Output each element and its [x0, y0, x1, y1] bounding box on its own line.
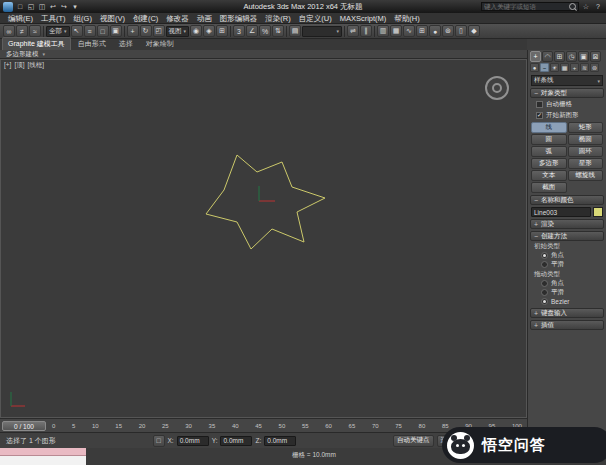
rollout-interpolation[interactable]: 插值 — [530, 320, 604, 330]
open-file-icon[interactable]: ◱ — [26, 2, 36, 12]
button-text[interactable]: 文本 — [531, 170, 567, 181]
drag-type-corner-option[interactable]: 角点 — [528, 279, 606, 288]
object-name-field[interactable]: Line003 — [531, 207, 591, 217]
button-section[interactable]: 截面 — [531, 182, 567, 193]
select-and-scale-icon[interactable]: ◰ — [153, 25, 165, 37]
tab-modify[interactable]: ◠ — [542, 51, 553, 62]
use-pivot-center-icon[interactable]: ◉ — [190, 25, 202, 37]
new-scene-icon[interactable]: □ — [15, 2, 25, 12]
favorites-star-icon[interactable]: ☆ — [581, 2, 591, 12]
mitem[interactable]: 渲染(R) — [261, 13, 294, 24]
tab-display[interactable]: ▣ — [578, 51, 589, 62]
ribbon-collapsed-bar[interactable]: 多边形建模 ▾ — [0, 50, 527, 59]
radio-icon[interactable] — [541, 280, 548, 287]
viewport-shading-menu[interactable]: [线框] — [28, 61, 45, 70]
button-line[interactable]: 线 — [531, 122, 567, 133]
initial-type-smooth-option[interactable]: 平滑 — [528, 260, 606, 269]
button-ellipse[interactable]: 椭圆 — [568, 134, 604, 145]
drag-type-smooth-option[interactable]: 平滑 — [528, 288, 606, 297]
help-icon[interactable]: ? — [593, 2, 603, 12]
macro-recorder-strip[interactable] — [0, 448, 86, 456]
render-production-icon[interactable]: ◆ — [468, 25, 480, 37]
tab-create[interactable]: + — [530, 51, 541, 62]
radio-icon[interactable] — [541, 298, 548, 305]
button-circle[interactable]: 圆 — [531, 134, 567, 145]
percent-snap-icon[interactable]: % — [259, 25, 271, 37]
layer-manager-icon[interactable]: ▥ — [377, 25, 389, 37]
viewport-canvas[interactable] — [1, 60, 526, 417]
select-and-move-icon[interactable]: + — [127, 25, 139, 37]
mitem[interactable]: 帮助(H) — [390, 13, 423, 24]
search-icon[interactable] — [569, 3, 576, 10]
align-icon[interactable]: ∥ — [360, 25, 372, 37]
z-coordinate-field[interactable]: 0.0mm — [264, 436, 296, 446]
tab-utilities[interactable]: ⊠ — [590, 51, 601, 62]
steering-wheels-button[interactable] — [485, 76, 509, 100]
mitem[interactable]: 修改器 — [162, 13, 193, 24]
select-and-manipulate-icon[interactable]: ◈ — [203, 25, 215, 37]
drag-type-bezier-option[interactable]: Bezier — [528, 297, 606, 306]
tab-graphite-modeling-tools[interactable]: Graphite 建模工具 — [2, 37, 71, 50]
category-lights-icon[interactable]: ☀ — [550, 63, 559, 72]
time-slider-handle[interactable]: 0 / 100 — [2, 421, 46, 431]
mitem[interactable]: 图形编辑器 — [216, 13, 262, 24]
angle-snap-icon[interactable]: ∠ — [246, 25, 258, 37]
mitem[interactable]: MAXScript(M) — [336, 13, 391, 24]
select-and-rotate-icon[interactable]: ↻ — [140, 25, 152, 37]
mitem[interactable]: 编辑(E) — [4, 13, 37, 24]
button-rectangle[interactable]: 矩形 — [568, 122, 604, 133]
unlink-selection-icon[interactable]: ≠ — [16, 25, 28, 37]
mitem[interactable]: 组(G) — [70, 13, 96, 24]
category-shapes-icon[interactable]: ~ — [540, 63, 549, 72]
viewport-general-menu[interactable]: [+] — [4, 61, 11, 70]
radio-icon[interactable] — [541, 261, 548, 268]
listener-strip[interactable] — [0, 456, 86, 465]
button-star[interactable]: 星形 — [568, 158, 604, 169]
start-new-shape-checkbox[interactable]: ✓ — [536, 112, 543, 119]
rectangular-selection-region-icon[interactable]: □ — [97, 25, 109, 37]
curve-editor-icon[interactable]: ∿ — [403, 25, 415, 37]
rollout-rendering[interactable]: 渲染 — [530, 219, 604, 229]
polygon-modeling-panel-label[interactable]: 多边形建模 — [6, 50, 39, 59]
keyboard-shortcut-override-icon[interactable]: ⊞ — [216, 25, 228, 37]
tab-selection[interactable]: 选择 — [113, 37, 139, 50]
redo-icon[interactable]: ↪ — [59, 2, 69, 12]
radio-icon[interactable] — [541, 289, 548, 296]
save-file-icon[interactable]: ◫ — [37, 2, 47, 12]
window-crossing-icon[interactable]: ▣ — [110, 25, 122, 37]
rollout-object-type[interactable]: 对象类型 — [530, 88, 604, 98]
maxscript-mini-listener[interactable] — [0, 448, 86, 465]
mitem[interactable]: 自定义(U) — [295, 13, 336, 24]
button-helix[interactable]: 螺旋线 — [568, 170, 604, 181]
spinner-snap-icon[interactable]: ⇅ — [272, 25, 284, 37]
undo-icon[interactable]: ↩ — [48, 2, 58, 12]
radio-icon[interactable] — [541, 252, 548, 259]
select-object-icon[interactable]: ↖ — [71, 25, 83, 37]
x-coordinate-field[interactable]: 0.0mm — [177, 436, 209, 446]
mitem[interactable]: 创建(C) — [129, 13, 162, 24]
mirror-icon[interactable]: ⇌ — [347, 25, 359, 37]
button-arc[interactable]: 弧 — [531, 146, 567, 157]
button-donut[interactable]: 圆环 — [568, 146, 604, 157]
category-geometry-icon[interactable]: ● — [530, 63, 539, 72]
search-box[interactable] — [481, 2, 579, 11]
rollout-creation-method[interactable]: 创建方法 — [530, 231, 604, 241]
application-menu-button[interactable] — [3, 2, 13, 12]
select-by-name-icon[interactable]: ≡ — [84, 25, 96, 37]
render-setup-icon[interactable]: ⊛ — [442, 25, 454, 37]
schematic-view-icon[interactable]: ⊞ — [416, 25, 428, 37]
search-input[interactable] — [484, 3, 567, 10]
tab-hierarchy[interactable]: ⊞ — [554, 51, 565, 62]
rendered-frame-window-icon[interactable]: ▯ — [455, 25, 467, 37]
bind-to-space-warp-icon[interactable]: ≈ — [29, 25, 41, 37]
selection-lock-toggle[interactable]: □ — [153, 435, 165, 447]
tab-object-paint[interactable]: 对象绘制 — [140, 37, 180, 50]
select-and-link-icon[interactable]: ∞ — [3, 25, 15, 37]
initial-type-corner-option[interactable]: 角点 — [528, 251, 606, 260]
material-editor-icon[interactable]: ● — [429, 25, 441, 37]
tab-freeform[interactable]: 自由形式 — [72, 37, 112, 50]
workspace-dropdown-icon[interactable]: ▾ — [70, 2, 80, 12]
graphite-ribbon-toggle-icon[interactable]: ▦ — [390, 25, 402, 37]
category-space-warps-icon[interactable]: ≋ — [580, 63, 589, 72]
viewport-pov-menu[interactable]: [顶] — [14, 61, 24, 70]
